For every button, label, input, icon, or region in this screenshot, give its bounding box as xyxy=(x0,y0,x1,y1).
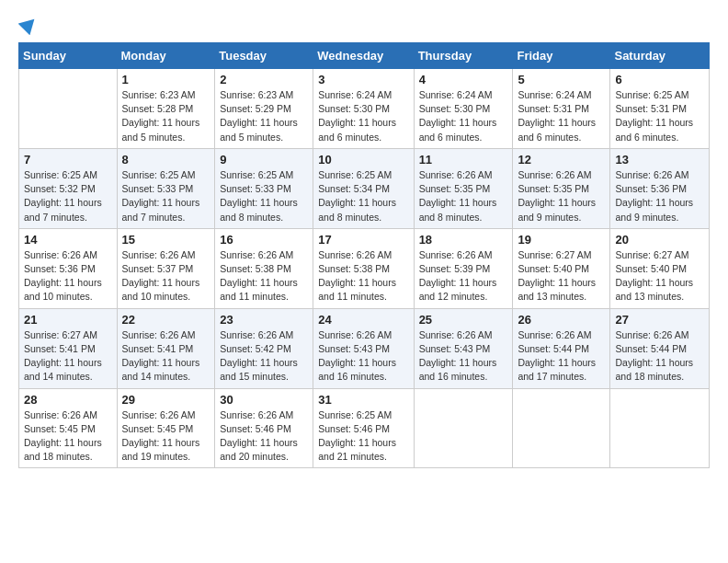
calendar-week-row: 14Sunrise: 6:26 AM Sunset: 5:36 PM Dayli… xyxy=(19,228,710,308)
calendar-cell: 9Sunrise: 6:25 AM Sunset: 5:33 PM Daylig… xyxy=(215,148,313,228)
calendar-cell: 25Sunrise: 6:26 AM Sunset: 5:43 PM Dayli… xyxy=(414,308,513,388)
day-number: 2 xyxy=(220,73,308,86)
day-info: Sunrise: 6:26 AM Sunset: 5:35 PM Dayligh… xyxy=(419,168,508,224)
day-info: Sunrise: 6:27 AM Sunset: 5:40 PM Dayligh… xyxy=(615,248,704,304)
logo xyxy=(18,15,39,35)
weekday-header: Wednesday xyxy=(313,43,414,69)
day-info: Sunrise: 6:26 AM Sunset: 5:37 PM Dayligh… xyxy=(122,248,210,304)
calendar-cell: 1Sunrise: 6:23 AM Sunset: 5:28 PM Daylig… xyxy=(117,69,215,149)
weekday-header: Friday xyxy=(513,43,610,69)
calendar-cell: 19Sunrise: 6:27 AM Sunset: 5:40 PM Dayli… xyxy=(513,228,610,308)
calendar-cell: 18Sunrise: 6:26 AM Sunset: 5:39 PM Dayli… xyxy=(414,228,513,308)
day-info: Sunrise: 6:26 AM Sunset: 5:44 PM Dayligh… xyxy=(615,328,704,385)
weekday-header: Tuesday xyxy=(215,43,313,69)
day-info: Sunrise: 6:26 AM Sunset: 5:42 PM Dayligh… xyxy=(220,328,308,385)
calendar-cell: 29Sunrise: 6:26 AM Sunset: 5:45 PM Dayli… xyxy=(117,388,215,468)
calendar-cell: 17Sunrise: 6:26 AM Sunset: 5:38 PM Dayli… xyxy=(313,228,414,308)
calendar-cell: 8Sunrise: 6:25 AM Sunset: 5:33 PM Daylig… xyxy=(117,148,215,228)
calendar-header-row: SundayMondayTuesdayWednesdayThursdayFrid… xyxy=(19,43,710,69)
day-number: 16 xyxy=(220,233,308,247)
day-number: 19 xyxy=(518,233,605,247)
day-info: Sunrise: 6:26 AM Sunset: 5:43 PM Dayligh… xyxy=(318,328,408,385)
day-info: Sunrise: 6:26 AM Sunset: 5:45 PM Dayligh… xyxy=(122,408,210,465)
calendar-cell: 7Sunrise: 6:25 AM Sunset: 5:32 PM Daylig… xyxy=(19,148,118,228)
day-info: Sunrise: 6:26 AM Sunset: 5:36 PM Dayligh… xyxy=(24,248,112,304)
day-info: Sunrise: 6:26 AM Sunset: 5:43 PM Dayligh… xyxy=(419,328,508,385)
day-info: Sunrise: 6:26 AM Sunset: 5:44 PM Dayligh… xyxy=(518,328,605,385)
day-info: Sunrise: 6:26 AM Sunset: 5:39 PM Dayligh… xyxy=(419,248,508,304)
calendar-week-row: 21Sunrise: 6:27 AM Sunset: 5:41 PM Dayli… xyxy=(19,308,710,388)
day-number: 20 xyxy=(615,233,704,247)
day-number: 15 xyxy=(122,233,210,247)
day-number: 5 xyxy=(518,73,605,86)
day-info: Sunrise: 6:27 AM Sunset: 5:40 PM Dayligh… xyxy=(518,248,605,304)
day-info: Sunrise: 6:26 AM Sunset: 5:35 PM Dayligh… xyxy=(518,168,605,224)
calendar-cell: 23Sunrise: 6:26 AM Sunset: 5:42 PM Dayli… xyxy=(215,308,313,388)
day-info: Sunrise: 6:24 AM Sunset: 5:31 PM Dayligh… xyxy=(518,88,605,144)
day-number: 26 xyxy=(518,313,605,327)
day-info: Sunrise: 6:26 AM Sunset: 5:41 PM Dayligh… xyxy=(122,328,210,385)
day-number: 8 xyxy=(122,153,210,167)
weekday-header: Saturday xyxy=(610,43,710,69)
calendar-cell: 22Sunrise: 6:26 AM Sunset: 5:41 PM Dayli… xyxy=(117,308,215,388)
calendar-table: SundayMondayTuesdayWednesdayThursdayFrid… xyxy=(18,42,710,468)
day-number: 29 xyxy=(122,393,210,407)
day-info: Sunrise: 6:26 AM Sunset: 5:38 PM Dayligh… xyxy=(318,248,408,304)
day-info: Sunrise: 6:26 AM Sunset: 5:45 PM Dayligh… xyxy=(24,408,112,465)
logo-arrow-icon xyxy=(18,15,39,35)
day-number: 18 xyxy=(419,233,508,247)
day-number: 24 xyxy=(318,313,408,327)
day-number: 3 xyxy=(318,73,408,86)
calendar-cell: 24Sunrise: 6:26 AM Sunset: 5:43 PM Dayli… xyxy=(313,308,414,388)
page-header xyxy=(18,15,710,35)
weekday-header: Thursday xyxy=(414,43,513,69)
calendar-cell: 11Sunrise: 6:26 AM Sunset: 5:35 PM Dayli… xyxy=(414,148,513,228)
day-number: 1 xyxy=(122,73,210,86)
day-info: Sunrise: 6:26 AM Sunset: 5:36 PM Dayligh… xyxy=(615,168,704,224)
calendar-cell: 31Sunrise: 6:25 AM Sunset: 5:46 PM Dayli… xyxy=(313,388,414,468)
day-number: 28 xyxy=(24,393,112,407)
day-info: Sunrise: 6:25 AM Sunset: 5:33 PM Dayligh… xyxy=(122,168,210,224)
calendar-cell: 2Sunrise: 6:23 AM Sunset: 5:29 PM Daylig… xyxy=(215,69,313,149)
day-info: Sunrise: 6:24 AM Sunset: 5:30 PM Dayligh… xyxy=(419,88,508,144)
day-number: 11 xyxy=(419,153,508,167)
calendar-cell xyxy=(513,388,610,468)
calendar-cell: 4Sunrise: 6:24 AM Sunset: 5:30 PM Daylig… xyxy=(414,69,513,149)
calendar-cell: 26Sunrise: 6:26 AM Sunset: 5:44 PM Dayli… xyxy=(513,308,610,388)
day-info: Sunrise: 6:25 AM Sunset: 5:33 PM Dayligh… xyxy=(220,168,308,224)
calendar-cell: 5Sunrise: 6:24 AM Sunset: 5:31 PM Daylig… xyxy=(513,69,610,149)
day-info: Sunrise: 6:23 AM Sunset: 5:28 PM Dayligh… xyxy=(122,88,210,144)
day-info: Sunrise: 6:25 AM Sunset: 5:32 PM Dayligh… xyxy=(24,168,112,224)
calendar-cell xyxy=(610,388,710,468)
day-number: 17 xyxy=(318,233,408,247)
day-number: 23 xyxy=(220,313,308,327)
calendar-cell: 12Sunrise: 6:26 AM Sunset: 5:35 PM Dayli… xyxy=(513,148,610,228)
day-number: 31 xyxy=(318,393,408,407)
calendar-week-row: 7Sunrise: 6:25 AM Sunset: 5:32 PM Daylig… xyxy=(19,148,710,228)
calendar-cell: 27Sunrise: 6:26 AM Sunset: 5:44 PM Dayli… xyxy=(610,308,710,388)
day-info: Sunrise: 6:26 AM Sunset: 5:46 PM Dayligh… xyxy=(220,408,308,465)
day-number: 25 xyxy=(419,313,508,327)
calendar-cell: 3Sunrise: 6:24 AM Sunset: 5:30 PM Daylig… xyxy=(313,69,414,149)
day-number: 9 xyxy=(220,153,308,167)
day-number: 7 xyxy=(24,153,112,167)
day-info: Sunrise: 6:24 AM Sunset: 5:30 PM Dayligh… xyxy=(318,88,408,144)
calendar-cell: 30Sunrise: 6:26 AM Sunset: 5:46 PM Dayli… xyxy=(215,388,313,468)
day-number: 22 xyxy=(122,313,210,327)
day-info: Sunrise: 6:25 AM Sunset: 5:34 PM Dayligh… xyxy=(318,168,408,224)
calendar-cell: 20Sunrise: 6:27 AM Sunset: 5:40 PM Dayli… xyxy=(610,228,710,308)
day-number: 21 xyxy=(24,313,112,327)
day-info: Sunrise: 6:27 AM Sunset: 5:41 PM Dayligh… xyxy=(24,328,112,385)
day-info: Sunrise: 6:23 AM Sunset: 5:29 PM Dayligh… xyxy=(220,88,308,144)
calendar-cell: 13Sunrise: 6:26 AM Sunset: 5:36 PM Dayli… xyxy=(610,148,710,228)
calendar-week-row: 28Sunrise: 6:26 AM Sunset: 5:45 PM Dayli… xyxy=(19,388,710,468)
day-info: Sunrise: 6:25 AM Sunset: 5:31 PM Dayligh… xyxy=(615,88,704,144)
day-number: 10 xyxy=(318,153,408,167)
day-info: Sunrise: 6:26 AM Sunset: 5:38 PM Dayligh… xyxy=(220,248,308,304)
calendar-week-row: 1Sunrise: 6:23 AM Sunset: 5:28 PM Daylig… xyxy=(19,69,710,149)
calendar-cell: 21Sunrise: 6:27 AM Sunset: 5:41 PM Dayli… xyxy=(19,308,118,388)
calendar-cell: 10Sunrise: 6:25 AM Sunset: 5:34 PM Dayli… xyxy=(313,148,414,228)
day-number: 27 xyxy=(615,313,704,327)
day-number: 6 xyxy=(615,73,704,86)
day-number: 13 xyxy=(615,153,704,167)
